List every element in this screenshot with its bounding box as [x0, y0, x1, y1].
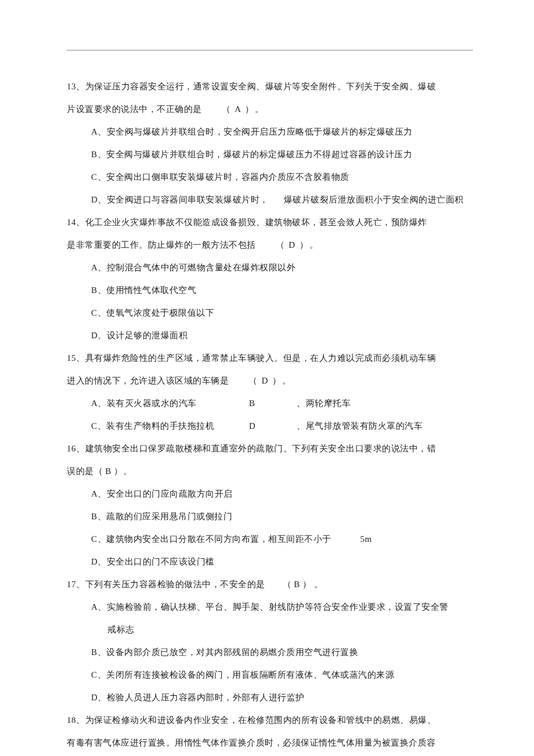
header-rule — [67, 50, 473, 50]
q16-stem-line1: 16、建筑物安全出口保罗疏散楼梯和直通室外的疏散门。下列有关安全出口要求的说法中… — [67, 437, 467, 460]
q14-option-d: D、设计足够的泄爆面积 — [67, 324, 467, 347]
q15-row-cd: C、装有生产物料的手扶拖拉机 D 、尾气排放管装有防火罩的汽车 — [67, 415, 467, 437]
q15-option-b-text: 、两轮摩托车 — [297, 392, 351, 415]
q13-stem-line2: 片设置要求的说法中，不正确的是（ A ）。 — [67, 98, 467, 121]
q16-option-c-text: C、建筑物内安全出口分散在不同方向布置，相互间距不小于 — [91, 534, 331, 544]
q15-stem-line1: 15、具有爆炸危险性的生产区域，通常禁止车辆驶入。但是，在人力难以完成而必须机动… — [67, 347, 467, 370]
q15-option-d-text: 、尾气排放管装有防火罩的汽车 — [297, 415, 423, 437]
q17-option-a-line1: A、实施检验前，确认扶梯、平台、脚手架、射线防护等符合安全作业要求，设置了安全警 — [67, 596, 467, 618]
q13-option-a: A、安全阀与爆破片并联组合时，安全阀开启压力应略低于爆破片的标定爆破压力 — [67, 121, 467, 143]
q14-option-a: A、控制混合气体中的可燃物含量处在爆炸权限以外 — [67, 256, 467, 279]
q13-option-d: D、安全阀进口与容器间串联安装爆破片时，爆破片破裂后泄放面积小于安全阀的进亡面积 — [67, 189, 467, 211]
q15-stem-line2: 进入的情况下，允许进入该区域的车辆是（ D ）。 — [67, 370, 467, 392]
q13-stem-text: 片设置要求的说法中，不正确的是 — [67, 104, 202, 114]
q13-option-b: B、安全阀与爆破片并联组合时，爆破片的标定爆破压力不得超过容器的设计压力 — [67, 143, 467, 166]
q14-answer: （ D ）。 — [276, 240, 319, 249]
q13-answer: （ A ）。 — [222, 104, 265, 114]
q14-stem-line1: 14、化工企业火灾爆炸事故不仅能造成设备损毁、建筑物破坏，甚至会致人死亡，预防爆… — [67, 211, 467, 234]
q16-option-d: D、安全出口的门不应该设门槛 — [67, 551, 467, 573]
q14-option-c: C、使氧气浓度处于极限值以下 — [67, 302, 467, 324]
q13-stem-line1: 13、为保证压力容器安全运行，通常设置安全阀、爆破片等安全附件。下列关于安全阀、… — [67, 75, 467, 98]
q13-option-c: C、安全阀出口侧串联安装爆破片时，容器内介质应不含胶着物质 — [67, 166, 467, 189]
q17-stem: 17、下列有关压力容器检验的做法中，不安全的是（ B ） 。 — [67, 573, 467, 596]
q16-option-a: A、安全出口的门应向疏散方向开启 — [67, 483, 467, 505]
q13-option-d-part2: 爆破片破裂后泄放面积小于安全阀的进亡面积 — [284, 195, 464, 204]
q18-stem-line2: 有毒有害气体应进行置换。用惰性气体作置换介质时，必须保证惰性气体用量为被置换介质… — [67, 732, 467, 754]
q15-answer: （ D ）。 — [248, 376, 292, 385]
q16-stem-line2: 误的是（ B ）。 — [67, 460, 467, 483]
q18-stem-line1: 18、为保证检修动火和进设备内作业安全，在检修范围内的所有设备和管线中的易燃、易… — [67, 709, 467, 732]
q16-option-c-value: 5m — [360, 534, 372, 544]
q17-answer: （ B ） 。 — [283, 580, 323, 589]
q17-option-b: B、设备内部介质已放空，对其内部残留的易燃介质用空气进行置换 — [67, 641, 467, 664]
q14-option-b: B、使用惰性气体取代空气 — [67, 279, 467, 302]
q17-stem-text: 17、下列有关压力容器检验的做法中，不安全的是 — [67, 580, 265, 589]
q13-option-d-part1: D、安全阀进口与容器间串联安装爆破片时， — [91, 195, 269, 204]
q15-option-b-label: B — [249, 392, 297, 415]
q17-option-d: D、检验人员进人压力容器内部时，外部有人进行监护 — [67, 686, 467, 709]
q16-option-c: C、建筑物内安全出口分散在不同方向布置，相互间距不小于5m — [67, 528, 467, 551]
q15-row-ab: A、装有灭火器或水的汽车 B 、两轮摩托车 — [67, 392, 467, 415]
q16-option-b: B、疏散的们应采用悬吊门或侧拉门 — [67, 505, 467, 528]
q17-option-c: C、关闭所有连接被检设备的阀门，用盲板隔断所有液体、气体或蒸汽的来源 — [67, 664, 467, 686]
q15-option-a: A、装有灭火器或水的汽车 — [91, 392, 249, 415]
q15-option-c: C、装有生产物料的手扶拖拉机 — [91, 415, 249, 437]
q15-stem-text: 进入的情况下，允许进入该区域的车辆是 — [67, 376, 229, 385]
q14-stem-text: 是非常重要的工作。防止爆炸的一般方法不包括 — [67, 240, 256, 249]
q14-stem-line2: 是非常重要的工作。防止爆炸的一般方法不包括（ D ）。 — [67, 234, 467, 256]
q15-option-d-label: D — [249, 415, 297, 437]
document-body: 13、为保证压力容器安全运行，通常设置安全阀、爆破片等安全附件。下列关于安全阀、… — [67, 52, 467, 754]
q17-option-a-line2: 戒标志 — [67, 618, 467, 641]
